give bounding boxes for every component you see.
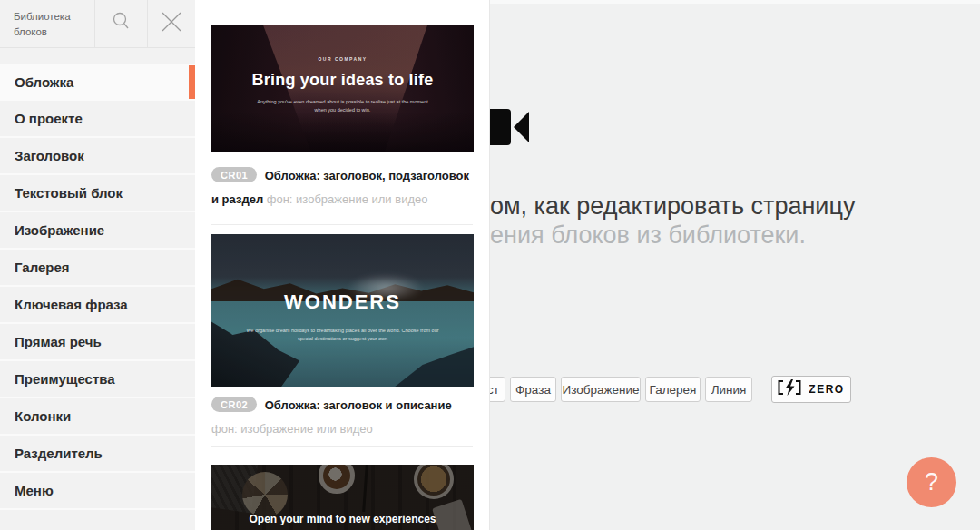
preview-heading: Open your mind to new experiences xyxy=(211,513,474,525)
quick-add-image-button[interactable]: Изображение xyxy=(561,377,641,402)
block-code-badge: CR01 xyxy=(211,167,257,182)
selected-indicator xyxy=(189,65,195,99)
sidebar-item-image[interactable]: Изображение xyxy=(0,212,195,250)
block-code-badge: CR02 xyxy=(211,397,257,412)
cover-preview-image-yosemite: OUR COMPANY Bring your ideas to life Any… xyxy=(211,25,474,152)
preview-subtitle: Anything you've even dreamed about is po… xyxy=(250,98,434,115)
tilda-editor-screen: ом, как редактировать страницу ения блок… xyxy=(0,0,980,530)
sidebar-item-text-block[interactable]: Текстовый блок xyxy=(0,175,195,212)
zero-button-label: ZERO xyxy=(808,383,844,396)
block-preview-cr01[interactable]: OUR COMPANY Bring your ideas to life Any… xyxy=(211,25,474,152)
quick-add-phrase-button[interactable]: Фраза xyxy=(510,377,556,402)
panel-divider xyxy=(211,224,473,225)
search-icon xyxy=(111,11,132,36)
preview-heading: WONDERS xyxy=(211,290,474,314)
quick-add-gallery-button[interactable]: Галерея xyxy=(645,377,701,402)
panel-title: Библиотека блоков xyxy=(14,9,91,41)
sidebar-item-advantages[interactable]: Преимущества xyxy=(0,361,195,398)
cover-preview-image-coffee: Open your mind to new experiences xyxy=(211,465,474,530)
block-caption-cr02[interactable]: CR02 Обложка: заголовок и описание фон: … xyxy=(211,394,473,441)
sidebar-header: Библиотека блоков xyxy=(0,0,195,48)
page-hint-heading: ом, как редактировать страницу xyxy=(490,192,855,221)
preview-heading: Bring your ideas to life xyxy=(211,71,474,90)
sidebar-item-columns[interactable]: Колонки xyxy=(0,398,195,436)
quick-add-line-button[interactable]: Линия xyxy=(705,377,752,402)
preview-kicker: OUR COMPANY xyxy=(211,56,474,62)
sidebar-category-list: Обложка О проекте Заголовок Текстовый бл… xyxy=(0,64,195,510)
page-hint-subheading: ения блоков из библиотеки. xyxy=(490,221,806,250)
block-caption-note: фон: изображение или видео xyxy=(267,192,428,206)
sidebar-item-divider[interactable]: Разделитель xyxy=(0,436,195,473)
panel-divider xyxy=(211,446,473,447)
close-panel-button[interactable] xyxy=(147,0,195,47)
help-button[interactable]: ? xyxy=(906,457,956,507)
sidebar-item-cover[interactable]: Обложка xyxy=(0,64,195,101)
zero-block-icon xyxy=(778,379,801,399)
sidebar-item-about[interactable]: О проекте xyxy=(0,101,195,138)
sidebar-item-quote[interactable]: Прямая речь xyxy=(0,324,195,361)
block-preview-cr02[interactable]: WONDERS We organise dream holidays to br… xyxy=(211,234,474,387)
sidebar-item-title[interactable]: Заголовок xyxy=(0,138,195,175)
block-caption-cr01[interactable]: CR01 Обложка: заголовок, подзаголовок и … xyxy=(211,164,473,211)
block-library-sidebar: Библиотека блоков Обложк xyxy=(0,0,195,530)
block-caption-title: Обложка: заголовок и описание xyxy=(265,398,452,412)
search-button[interactable] xyxy=(94,0,147,47)
cover-preview-image-lagoon: WONDERS We organise dream holidays to br… xyxy=(211,234,474,387)
block-library-panel: OUR COMPANY Bring your ideas to life Any… xyxy=(195,0,490,530)
preview-subtitle: We organise dream holidays to breathtaki… xyxy=(243,327,443,344)
sidebar-item-menu[interactable]: Меню xyxy=(0,473,195,510)
zero-block-button[interactable]: ZERO xyxy=(771,376,851,403)
sidebar-item-key-phrase[interactable]: Ключевая фраза xyxy=(0,287,195,324)
block-caption-note: фон: изображение или видео xyxy=(211,422,373,436)
help-button-label: ? xyxy=(925,468,938,496)
close-icon xyxy=(161,11,182,36)
video-camera-icon[interactable] xyxy=(490,106,532,148)
page-top-strip xyxy=(490,0,980,4)
block-preview-cr03[interactable]: Open your mind to new experiences xyxy=(211,465,474,530)
sidebar-item-gallery[interactable]: Галерея xyxy=(0,250,195,287)
